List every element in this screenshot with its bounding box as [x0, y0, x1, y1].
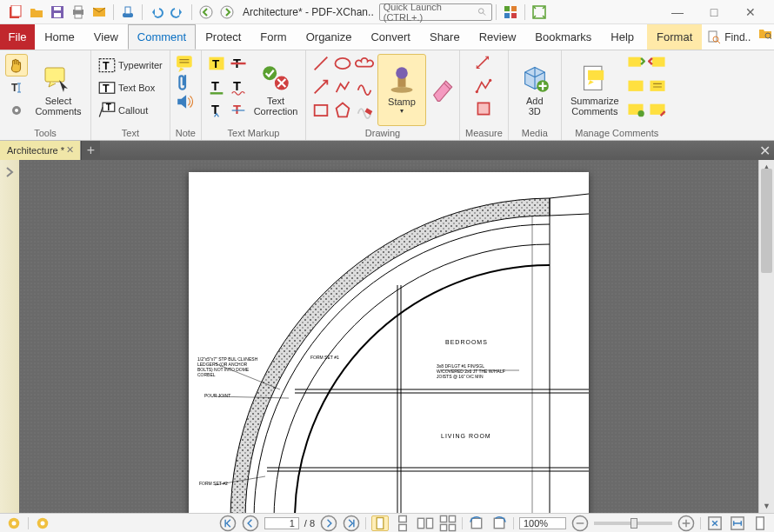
scroll-thumb[interactable]: [761, 169, 772, 273]
import-comments-icon[interactable]: [626, 54, 645, 73]
textbox-button[interactable]: TText Box: [97, 76, 164, 99]
highlight-icon[interactable]: T: [207, 54, 226, 73]
panel-expand-icon[interactable]: [3, 165, 17, 179]
tab-view[interactable]: View: [84, 24, 128, 50]
email-icon[interactable]: [90, 3, 108, 21]
arrow-icon[interactable]: [311, 77, 330, 96]
fit-icon[interactable]: [530, 3, 548, 21]
hand-tool-icon[interactable]: [5, 54, 28, 76]
close-button[interactable]: ✕: [732, 2, 769, 23]
minimize-button[interactable]: —: [659, 2, 696, 23]
tab-format[interactable]: Format: [647, 24, 702, 50]
eraser-line-icon[interactable]: [355, 101, 374, 120]
comments-list-icon[interactable]: [648, 77, 667, 96]
redo-icon[interactable]: [169, 3, 186, 21]
callout-button[interactable]: TCallout: [97, 99, 164, 122]
line-icon[interactable]: [311, 54, 330, 73]
continuous-icon[interactable]: [394, 515, 411, 531]
sticky-note-icon[interactable]: [176, 54, 195, 73]
next-page-icon[interactable]: [320, 515, 337, 531]
zoom-in-icon[interactable]: [677, 515, 695, 531]
select-comments-button[interactable]: Select Comments: [31, 54, 85, 126]
rotate-cw-icon[interactable]: [490, 515, 508, 531]
zoom-out-icon[interactable]: [571, 515, 589, 531]
undo-icon[interactable]: [148, 3, 165, 21]
search-folder-icon[interactable]: [757, 24, 772, 42]
sound-icon[interactable]: [176, 92, 195, 111]
stamp-button[interactable]: Stamp ▾: [377, 54, 426, 126]
tab-help[interactable]: Help: [601, 24, 644, 50]
typewriter-button[interactable]: TTypewriter: [97, 54, 164, 76]
tab-share[interactable]: Share: [420, 24, 470, 50]
zoom-slider[interactable]: [594, 522, 672, 525]
polygon-icon[interactable]: [333, 101, 352, 120]
rect-icon[interactable]: [311, 101, 330, 120]
show-comments-icon[interactable]: [626, 77, 645, 96]
export-comments-icon[interactable]: [648, 54, 667, 73]
eraser-big-icon[interactable]: [430, 74, 454, 107]
zoom-slider-thumb[interactable]: [631, 518, 637, 529]
underline-icon[interactable]: T: [207, 77, 226, 96]
insert-text-icon[interactable]: T: [207, 101, 226, 120]
tab-comment[interactable]: Comment: [128, 24, 196, 50]
cloud-icon[interactable]: [355, 54, 374, 73]
fit-page-icon[interactable]: [706, 515, 724, 531]
prev-page-icon[interactable]: [242, 515, 259, 531]
scan-icon[interactable]: [119, 3, 137, 21]
tab-review[interactable]: Review: [470, 24, 526, 50]
text-correction-button[interactable]: Text Correction: [251, 54, 300, 126]
new-tab-button[interactable]: +: [81, 141, 100, 160]
zoom-input[interactable]: 100%: [519, 517, 566, 529]
oval-icon[interactable]: [333, 54, 352, 73]
close-all-button[interactable]: ✕: [755, 141, 774, 160]
perimeter-icon[interactable]: [474, 76, 493, 96]
quick-launch-search[interactable]: Quick Launch (CTRL+.): [379, 3, 492, 21]
ui-options-icon[interactable]: [502, 3, 519, 21]
facing-icon[interactable]: [417, 515, 434, 531]
tab-protect[interactable]: Protect: [196, 24, 250, 50]
polygon-line-icon[interactable]: [333, 77, 352, 96]
comment-styles-icon[interactable]: [648, 101, 667, 120]
save-icon[interactable]: [49, 3, 66, 21]
flatten-comments-icon[interactable]: [626, 101, 645, 120]
open-icon[interactable]: [28, 3, 45, 21]
fit-width-icon[interactable]: [729, 515, 746, 531]
add-3d-button[interactable]: Add 3D: [514, 54, 556, 126]
distance-icon[interactable]: [474, 54, 493, 73]
first-page-icon[interactable]: [219, 515, 237, 531]
forward-icon[interactable]: [218, 3, 236, 21]
scroll-down-icon[interactable]: ▼: [759, 499, 774, 513]
page-viewport[interactable]: BEDROOMS LIVING ROOM 1/2"x5"x7" STP BUL …: [19, 160, 758, 513]
pencil-icon[interactable]: [355, 77, 374, 96]
tab-home[interactable]: Home: [35, 24, 84, 50]
tab-close-icon[interactable]: ✕: [66, 144, 77, 155]
back-icon[interactable]: [197, 3, 215, 21]
facing-continuous-icon[interactable]: [439, 515, 457, 531]
tab-organize[interactable]: Organize: [297, 24, 362, 50]
tab-form[interactable]: Form: [250, 24, 296, 50]
maximize-button[interactable]: □: [696, 2, 732, 23]
text-select-icon[interactable]: T: [5, 76, 28, 99]
rotate-ccw-icon[interactable]: [468, 515, 485, 531]
summarize-button[interactable]: Summarize Comments: [567, 54, 623, 126]
strikeout-icon[interactable]: T: [229, 54, 248, 73]
squiggly-icon[interactable]: T: [229, 77, 248, 96]
vertical-scrollbar[interactable]: ▲ ▼: [758, 160, 774, 513]
find-button[interactable]: Find..: [702, 24, 756, 50]
tab-bookmarks[interactable]: Bookmarks: [525, 24, 601, 50]
document-tab[interactable]: Architecture * ✕: [0, 141, 81, 160]
single-page-icon[interactable]: [371, 515, 389, 531]
last-page-icon[interactable]: [343, 515, 360, 531]
svg-rect-10: [125, 7, 130, 14]
file-tab[interactable]: File: [0, 24, 35, 50]
print-icon[interactable]: [70, 3, 87, 21]
attach-icon[interactable]: [176, 73, 195, 92]
page-number-input[interactable]: 1: [264, 517, 299, 529]
options-left-icon[interactable]: [5, 515, 23, 531]
settings-gear-icon[interactable]: [5, 99, 28, 122]
replace-text-icon[interactable]: T: [229, 101, 248, 120]
actual-size-icon[interactable]: [751, 515, 769, 531]
options-right-icon[interactable]: [34, 515, 51, 531]
tab-convert[interactable]: Convert: [361, 24, 420, 50]
area-icon[interactable]: [474, 99, 493, 118]
